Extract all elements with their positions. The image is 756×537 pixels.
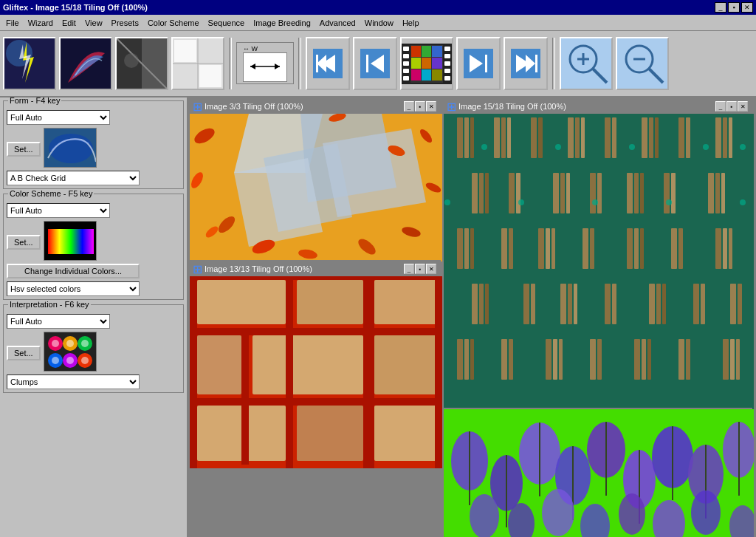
svg-point-238 bbox=[542, 489, 574, 536]
next-button[interactable] bbox=[456, 37, 501, 90]
svg-rect-159 bbox=[538, 228, 544, 269]
thumb-button-4[interactable] bbox=[171, 37, 224, 90]
thumb-button-3[interactable] bbox=[115, 37, 168, 90]
filmstrip-button[interactable] bbox=[400, 37, 453, 90]
interp-set-button[interactable]: Set... bbox=[7, 346, 41, 360]
change-colors-button[interactable]: Change Individual Colors... bbox=[7, 264, 140, 278]
toolbar: ↔ W bbox=[0, 31, 756, 98]
form-group-label: Form - F4 key bbox=[8, 98, 61, 105]
thumb-button-1[interactable] bbox=[3, 37, 56, 90]
img2-close[interactable]: ✕ bbox=[426, 264, 436, 274]
image-canvas-4[interactable] bbox=[444, 409, 754, 537]
svg-marker-15 bbox=[275, 64, 280, 69]
first-button[interactable] bbox=[306, 37, 350, 90]
img1-minimize[interactable]: _ bbox=[404, 101, 414, 112]
svg-rect-97 bbox=[297, 280, 363, 324]
svg-point-212 bbox=[518, 199, 524, 205]
svg-rect-119 bbox=[501, 117, 506, 158]
svg-rect-96 bbox=[197, 280, 286, 324]
svg-rect-123 bbox=[568, 117, 574, 158]
svg-rect-22 bbox=[366, 55, 368, 72]
svg-rect-111 bbox=[435, 276, 442, 468]
svg-point-216 bbox=[740, 199, 746, 205]
menu-color-scheme[interactable]: Color Scheme bbox=[143, 17, 204, 29]
maximize-button[interactable]: ▪ bbox=[728, 2, 740, 13]
main-container: Form - F4 key Full Auto Set... bbox=[0, 98, 756, 537]
menu-view[interactable]: View bbox=[80, 17, 107, 29]
svg-rect-100 bbox=[252, 335, 363, 394]
zoom-out-button[interactable] bbox=[616, 37, 669, 90]
svg-rect-122 bbox=[538, 117, 543, 158]
image-canvas-3[interactable] bbox=[444, 114, 754, 409]
svg-rect-197 bbox=[590, 339, 596, 380]
img3-close[interactable]: ✕ bbox=[738, 101, 748, 112]
prev-button[interactable] bbox=[353, 37, 397, 90]
svg-rect-138 bbox=[485, 173, 489, 213]
svg-rect-205 bbox=[730, 339, 735, 380]
svg-rect-151 bbox=[708, 173, 714, 213]
svg-rect-109 bbox=[190, 328, 442, 335]
form-dropdown[interactable]: Full Auto bbox=[7, 110, 110, 125]
image-canvas-2[interactable] bbox=[190, 276, 442, 468]
clumps-dropdown[interactable]: Clumps bbox=[7, 374, 140, 389]
thumb-button-2[interactable] bbox=[59, 37, 112, 90]
svg-rect-163 bbox=[590, 228, 594, 269]
minimize-button[interactable]: _ bbox=[715, 2, 726, 13]
menu-wizard[interactable]: Wizard bbox=[24, 17, 58, 29]
title-bar: Gliftex - Image 15/18 Tiling Off (100%) … bbox=[0, 0, 756, 15]
img2-maximize[interactable]: ▪ bbox=[415, 264, 425, 274]
color-set-button[interactable]: Set... bbox=[7, 235, 41, 250]
left-panel: Form - F4 key Full Auto Set... bbox=[0, 98, 188, 537]
svg-rect-156 bbox=[470, 228, 474, 269]
svg-point-209 bbox=[629, 144, 635, 150]
svg-point-242 bbox=[691, 490, 721, 535]
menu-help[interactable]: Help bbox=[398, 17, 424, 29]
menu-window[interactable]: Window bbox=[360, 17, 398, 29]
menu-file[interactable]: File bbox=[1, 17, 24, 29]
img2-minimize[interactable]: _ bbox=[404, 264, 414, 274]
menu-edit[interactable]: Edit bbox=[58, 17, 80, 29]
img1-maximize[interactable]: ▪ bbox=[415, 101, 425, 112]
svg-rect-201 bbox=[647, 339, 651, 380]
close-button[interactable]: ✕ bbox=[741, 2, 753, 13]
svg-rect-171 bbox=[729, 228, 732, 269]
svg-rect-189 bbox=[457, 339, 463, 380]
svg-rect-106 bbox=[190, 276, 442, 280]
svg-rect-181 bbox=[612, 284, 616, 324]
menu-advanced[interactable]: Advanced bbox=[315, 17, 360, 29]
last-button[interactable] bbox=[504, 37, 548, 90]
svg-rect-152 bbox=[715, 173, 720, 213]
toolbar-separator-3 bbox=[552, 38, 555, 89]
image-window-1-title: ⊞ Image 3/3 Tiling Off (100%) _ ▪ ✕ bbox=[190, 99, 439, 114]
svg-rect-32 bbox=[444, 69, 450, 73]
svg-rect-118 bbox=[494, 117, 500, 158]
interp-dropdown[interactable]: Full Auto bbox=[7, 314, 110, 329]
svg-rect-137 bbox=[479, 173, 484, 213]
img3-restore[interactable]: ▪ bbox=[726, 101, 737, 112]
form-set-button[interactable]: Set... bbox=[7, 142, 41, 157]
menu-sequence[interactable]: Sequence bbox=[204, 17, 250, 29]
svg-rect-162 bbox=[583, 228, 588, 269]
img3-minimize[interactable]: _ bbox=[715, 101, 726, 112]
svg-point-76 bbox=[81, 357, 89, 364]
canvas-area: ⊞ Image 3/3 Tiling Off (100%) _ ▪ ✕ bbox=[188, 98, 756, 537]
color-dropdown[interactable]: Full Auto bbox=[7, 203, 110, 218]
svg-rect-167 bbox=[671, 228, 677, 269]
zoom-in-button[interactable] bbox=[560, 37, 613, 90]
hsv-dropdown[interactable]: Hsv selected colors bbox=[7, 281, 140, 296]
svg-rect-135 bbox=[729, 117, 732, 158]
svg-rect-117 bbox=[470, 117, 474, 158]
svg-rect-11 bbox=[174, 40, 196, 62]
image-canvas-1[interactable] bbox=[190, 114, 442, 261]
image-window-2: ⊞ Image 13/13 Tiling Off (100%) _ ▪ ✕ bbox=[188, 260, 441, 467]
menu-presets[interactable]: Presets bbox=[107, 17, 143, 29]
menu-image-breeding[interactable]: Image Breeding bbox=[249, 17, 315, 29]
menu-bar: File Wizard Edit View Presets Color Sche… bbox=[0, 15, 756, 31]
svg-rect-110 bbox=[190, 398, 442, 406]
svg-rect-190 bbox=[464, 339, 469, 380]
svg-point-7 bbox=[124, 53, 139, 68]
svg-rect-183 bbox=[656, 284, 661, 324]
img1-close[interactable]: ✕ bbox=[426, 101, 436, 112]
width-indicator: ↔ W bbox=[236, 42, 294, 84]
grid-dropdown[interactable]: A B Check Grid bbox=[7, 171, 140, 185]
